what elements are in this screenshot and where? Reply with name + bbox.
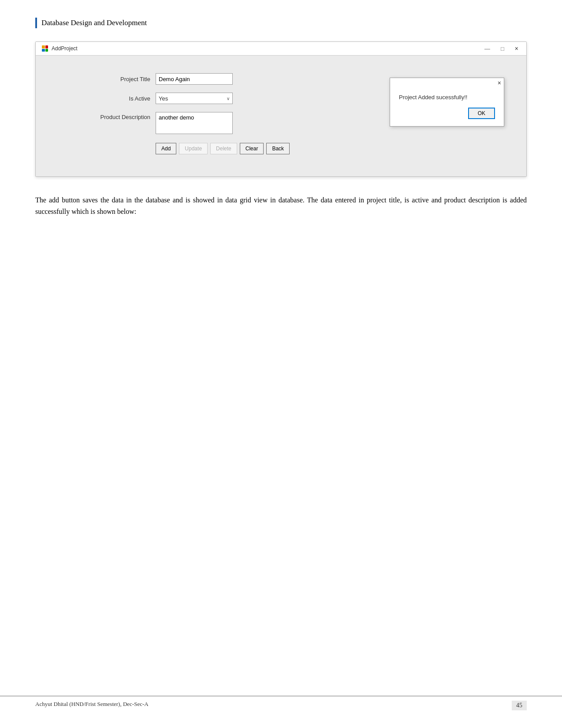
product-description-label: Product Description xyxy=(62,112,150,120)
window-controls: — □ × xyxy=(482,45,521,52)
dialog-close-button[interactable]: × xyxy=(498,80,501,86)
dialog-ok-button[interactable]: OK xyxy=(468,108,495,119)
page-footer: Achyut Dhital (HND/Frist Semester), Dec-… xyxy=(0,696,562,710)
project-title-input[interactable] xyxy=(156,73,233,85)
minimize-button[interactable]: — xyxy=(482,45,493,52)
dialog-titlebar: × xyxy=(390,78,504,88)
chevron-down-icon: ∨ xyxy=(227,96,230,101)
dialog-message: Project Added sucessfully!! xyxy=(399,94,495,101)
buttons-row: Add Update Delete Clear Back xyxy=(156,143,500,154)
back-button[interactable]: Back xyxy=(266,143,290,154)
window-titlebar: AddProject — □ × xyxy=(36,42,526,56)
delete-button: Delete xyxy=(210,143,237,154)
body-text: The add button saves the data in the dat… xyxy=(35,194,527,217)
success-dialog: × Project Added sucessfully!! OK xyxy=(390,78,504,127)
project-title-label: Project Title xyxy=(62,76,150,82)
window-title-text: AddProject xyxy=(52,45,78,52)
footer-author: Achyut Dhital (HND/Frist Semester), Dec-… xyxy=(35,701,149,708)
app-icon xyxy=(41,45,49,52)
add-button[interactable]: Add xyxy=(156,143,176,154)
window-screenshot: AddProject — □ × Project Title Is Active xyxy=(35,41,527,177)
is-active-value: Yes xyxy=(159,95,168,102)
page-heading: Database Design and Development xyxy=(41,19,147,27)
clear-button[interactable]: Clear xyxy=(240,143,264,154)
page-header: Database Design and Development xyxy=(35,18,527,28)
dialog-body: Project Added sucessfully!! OK xyxy=(390,88,504,126)
product-description-input[interactable]: another demo xyxy=(156,112,233,134)
is-active-select[interactable]: Yes ∨ xyxy=(156,93,233,104)
maximize-button[interactable]: □ xyxy=(498,45,507,52)
is-active-label: Is Active xyxy=(62,95,150,102)
window-title-left: AddProject xyxy=(41,45,78,52)
update-button: Update xyxy=(179,143,208,154)
window-content: Project Title Is Active Yes ∨ Product De… xyxy=(36,56,526,176)
close-window-button[interactable]: × xyxy=(512,45,521,52)
blue-accent-bar xyxy=(35,18,37,28)
page-number: 45 xyxy=(512,701,527,710)
